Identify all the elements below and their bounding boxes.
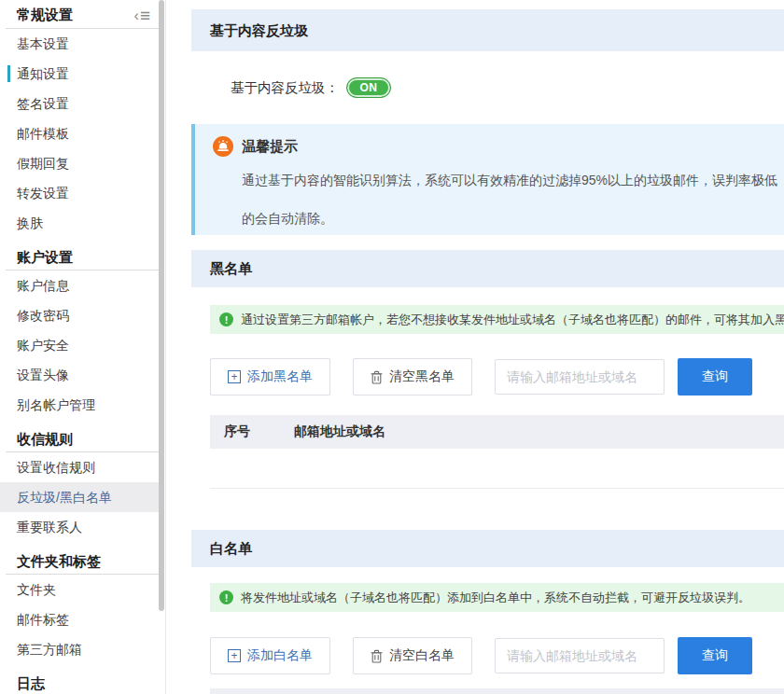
blacklist-table-header: 序号 邮箱地址或域名 [210, 415, 784, 449]
antispam-toggle-row: 基于内容反垃圾： ON [191, 51, 784, 124]
sidebar-item-receive-rules[interactable]: 设置收信规则 [0, 452, 159, 482]
sidebar-item-notification-settings[interactable]: 通知设置 [0, 59, 159, 89]
sidebar-item-basic-settings[interactable]: 基本设置 [0, 29, 159, 59]
sidebar-group-title-general: 常规设置 [17, 7, 73, 24]
blacklist-table: 序号 邮箱地址或域名 [210, 415, 784, 489]
trash-icon [371, 649, 383, 663]
sidebar-item-signature-settings[interactable]: 签名设置 [0, 89, 159, 118]
add-blacklist-button[interactable]: + 添加黑名单 [210, 358, 330, 396]
sidebar-group-title-log: 日志 [0, 671, 159, 694]
chevron-left-icon: ‹ [134, 8, 139, 23]
sidebar-item-alias-account[interactable]: 别名帐户管理 [0, 390, 159, 420]
sidebar: 常规设置 ‹ ≡ 基本设置 通知设置 签名设置 邮件模板 假期回复 转发设置 换… [0, 0, 159, 694]
alarm-icon [213, 136, 233, 157]
main-content: 基于内容反垃圾 基于内容反垃圾： ON 温馨提示 通过基于内容的智能识别算法，系… [191, 9, 784, 694]
sidebar-collapse-button[interactable]: ‹ ≡ [134, 7, 149, 24]
blacklist-notice-text: 通过设置第三方邮箱帐户，若您不想接收某发件地址或域名（子域名也将匹配）的邮件，可… [241, 312, 784, 328]
info-exclamation-icon: ! [219, 312, 233, 326]
blacklist-search-button[interactable]: 查询 [678, 358, 752, 396]
add-plus-icon: + [228, 649, 241, 662]
antispam-toggle-switch[interactable]: ON [346, 77, 391, 98]
whitelist-table-header [210, 688, 784, 694]
clear-blacklist-button[interactable]: 清空黑名单 [353, 358, 472, 396]
sidebar-item-avatar-settings[interactable]: 设置头像 [0, 360, 159, 390]
tip-text-line2: 的会自动清除。 [242, 200, 784, 235]
whitelist-search-button[interactable]: 查询 [678, 637, 752, 674]
sidebar-item-account-security[interactable]: 账户安全 [0, 330, 159, 360]
sidebar-item-change-password[interactable]: 修改密码 [0, 300, 159, 330]
mail-settings-page: 常规设置 ‹ ≡ 基本设置 通知设置 签名设置 邮件模板 假期回复 转发设置 换… [0, 0, 784, 694]
blacklist-empty-row [210, 449, 784, 489]
info-exclamation-icon: ! [219, 590, 233, 604]
sidebar-item-antispam-blackwhite[interactable]: 反垃圾/黑白名单 [0, 482, 159, 512]
section-header-blacklist: 黑名单 [191, 250, 784, 287]
blacklist-notice: ! 通过设置第三方邮箱帐户，若您不想接收某发件地址或域名（子域名也将匹配）的邮件… [210, 305, 784, 334]
tip-box: 温馨提示 通过基于内容的智能识别算法，系统可以有效精准的过滤掉95%以上的垃圾邮… [191, 124, 784, 235]
add-plus-icon: + [228, 370, 241, 383]
sidebar-item-account-info[interactable]: 账户信息 [0, 271, 159, 300]
sidebar-group-title-receive-rules: 收信规则 [0, 426, 159, 451]
section-header-whitelist: 白名单 [191, 530, 784, 567]
column-header-address: 邮箱地址或域名 [294, 423, 784, 440]
clear-whitelist-label: 清空白名单 [389, 647, 455, 664]
add-whitelist-button[interactable]: + 添加白名单 [210, 637, 330, 674]
whitelist-table [210, 688, 784, 694]
sidebar-item-vacation-reply[interactable]: 假期回复 [0, 148, 159, 178]
sidebar-item-third-party-mailbox[interactable]: 第三方邮箱 [0, 634, 159, 664]
hamburger-icon: ≡ [140, 7, 149, 24]
blacklist-toolbar: + 添加黑名单 清空黑名单 查询 [210, 358, 784, 396]
sidebar-group-title-account: 账户设置 [0, 244, 159, 270]
sidebar-item-skin[interactable]: 换肤 [0, 208, 159, 238]
antispam-toggle-label: 基于内容反垃圾： [231, 79, 339, 97]
tip-text-line1: 通过基于内容的智能识别算法，系统可以有效精准的过滤掉95%以上的垃圾邮件，误判率… [242, 161, 784, 200]
add-blacklist-label: 添加黑名单 [247, 368, 313, 385]
section-header-content-antispam: 基于内容反垃圾 [191, 9, 784, 51]
clear-blacklist-label: 清空黑名单 [389, 368, 455, 385]
tip-title: 温馨提示 [242, 138, 298, 156]
whitelist-notice: ! 将发件地址或域名（子域名也将匹配）添加到白名单中，系统不自动拦截，可避开反垃… [210, 583, 784, 612]
column-header-index: 序号 [210, 423, 294, 440]
sidebar-header: 常规设置 ‹ ≡ [0, 0, 159, 28]
sidebar-item-important-contacts[interactable]: 重要联系人 [0, 512, 159, 542]
blacklist-search-input[interactable] [495, 359, 665, 395]
whitelist-notice-text: 将发件地址或域名（子域名也将匹配）添加到白名单中，系统不自动拦截，可避开反垃圾误… [241, 590, 750, 606]
sidebar-item-mail-template[interactable]: 邮件模板 [0, 118, 159, 148]
sidebar-group-title-folders-labels: 文件夹和标签 [0, 548, 159, 574]
clear-whitelist-button[interactable]: 清空白名单 [353, 637, 472, 674]
sidebar-scrollbar-track [165, 0, 166, 694]
sidebar-scrollbar-thumb[interactable] [159, 0, 164, 611]
sidebar-item-forward-settings[interactable]: 转发设置 [0, 178, 159, 208]
whitelist-toolbar: + 添加白名单 清空白名单 查询 [210, 637, 784, 674]
add-whitelist-label: 添加白名单 [247, 647, 313, 664]
whitelist-search-input[interactable] [495, 638, 665, 673]
sidebar-item-mail-labels[interactable]: 邮件标签 [0, 604, 159, 634]
trash-icon [371, 370, 383, 384]
sidebar-item-folders[interactable]: 文件夹 [0, 575, 159, 604]
